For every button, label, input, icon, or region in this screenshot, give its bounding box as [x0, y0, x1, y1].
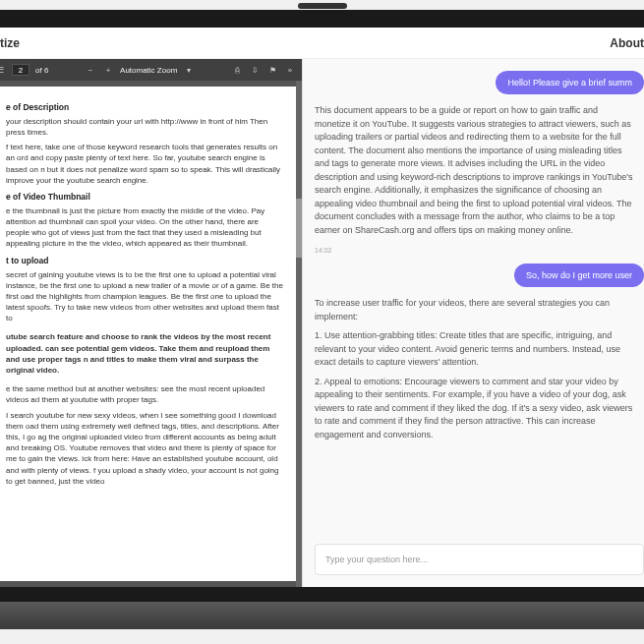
pdf-text: e the same method but at another website… [6, 383, 284, 405]
zoom-mode-label[interactable]: Automatic Zoom [120, 66, 177, 75]
assistant-message: To increase user traffic for your videos… [315, 297, 644, 441]
message-timestamp: 14:02 [315, 247, 644, 254]
pdf-page: e of Description your description should… [0, 87, 296, 581]
section-heading: t to upload [6, 256, 284, 267]
laptop-base [0, 602, 644, 629]
pdf-text: secret of gaining youtube views is to be… [6, 269, 284, 324]
section-heading: e of Video Thumbnail [6, 192, 284, 204]
app-header: tize About [0, 28, 644, 59]
zoom-in-icon[interactable]: + [102, 64, 114, 76]
page-count-label: of 6 [35, 66, 48, 75]
chat-input[interactable]: Type your question here... [315, 544, 644, 575]
page-number-input[interactable]: 2 [12, 64, 29, 76]
bookmark-icon[interactable]: ⚑ [266, 64, 278, 76]
assistant-text: 2. Appeal to emotions: Encourage viewers… [315, 376, 634, 442]
chat-input-placeholder: Type your question here... [325, 555, 428, 564]
assistant-text: To increase user traffic for your videos… [315, 297, 634, 323]
pdf-viewer-panel: ☰ 2 of 6 − + Automatic Zoom ▾ ⎙ ⇩ ⚑ » [0, 59, 303, 587]
assistant-text: This document appears to be a guide or r… [315, 104, 634, 237]
user-message: Hello! Please give a brief summ [496, 71, 644, 94]
sidebar-toggle-icon[interactable]: ☰ [0, 64, 6, 76]
pdf-scrollbar[interactable] [296, 81, 302, 587]
download-icon[interactable]: ⇩ [249, 64, 261, 76]
pdf-content-area[interactable]: e of Description your description should… [0, 81, 302, 587]
tools-icon[interactable]: » [284, 64, 296, 76]
chat-panel: Hello! Please give a brief summ This doc… [303, 59, 644, 587]
pdf-text: your description should contain your url… [6, 116, 284, 138]
assistant-text: 1. Use attention-grabbing titles: Create… [315, 329, 634, 370]
pdf-scroll-thumb[interactable] [296, 199, 302, 258]
zoom-out-icon[interactable]: − [85, 64, 96, 76]
user-message: So, how do I get more user [514, 263, 644, 287]
pdf-text: I search youtube for new sexy videos, wh… [6, 410, 284, 487]
pdf-text: f text here, take one of those keyword r… [6, 142, 284, 186]
pdf-text-bold: utube search feature and choose to rank … [6, 331, 284, 376]
pdf-toolbar: ☰ 2 of 6 − + Automatic Zoom ▾ ⎙ ⇩ ⚑ » [0, 59, 302, 81]
chevron-down-icon[interactable]: ▾ [183, 64, 195, 76]
print-icon[interactable]: ⎙ [231, 64, 243, 76]
section-heading: e of Description [6, 102, 284, 114]
nav-about[interactable]: About [610, 36, 644, 50]
pdf-text: e the thumbnail is just the picture from… [6, 205, 284, 250]
chat-scroll-area[interactable]: Hello! Please give a brief summ This doc… [315, 71, 644, 536]
assistant-message: This document appears to be a guide or r… [315, 104, 644, 237]
app-title: tize [0, 36, 20, 50]
